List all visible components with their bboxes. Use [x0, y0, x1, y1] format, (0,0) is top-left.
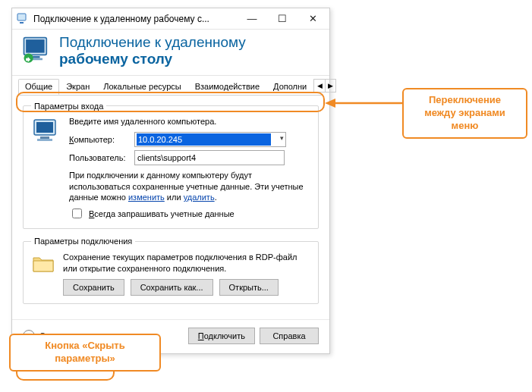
always-ask-checkbox[interactable]: Всегда запрашивать учетные данные Всегда… — [69, 206, 310, 221]
user-label: Пользователь: — [69, 153, 130, 162]
rdc-window: Подключение к удаленному рабочему с... —… — [11, 8, 330, 354]
tab-scroll: ◀ ▶ — [313, 79, 336, 93]
tab-advanced-truncated[interactable]: Дополни — [266, 79, 313, 95]
computer-icon — [31, 117, 61, 147]
connect-button[interactable]: Подключить — [188, 328, 255, 344]
tab-experience[interactable]: Взаимодействие — [188, 79, 266, 95]
link-delete-credentials[interactable]: удалить — [184, 193, 215, 202]
svg-rect-1 — [20, 22, 24, 24]
header-line1: Подключение к удаленному — [59, 34, 246, 51]
save-button[interactable]: Сохранить — [63, 279, 124, 296]
svg-rect-8 — [36, 122, 53, 133]
computer-input[interactable] — [134, 132, 286, 147]
titlebar: Подключение к удаленному рабочему с... —… — [12, 8, 329, 30]
svg-rect-10 — [37, 139, 52, 141]
maximize-button[interactable]: ☐ — [267, 8, 297, 30]
folder-icon — [31, 252, 55, 276]
tab-display[interactable]: Экран — [59, 79, 96, 95]
tab-scroll-left[interactable]: ◀ — [314, 80, 325, 92]
minimize-button[interactable]: — — [237, 8, 267, 30]
login-group: Параметры входа Введите имя удаленного к… — [23, 102, 319, 230]
always-ask-input[interactable] — [72, 209, 82, 218]
rdc-large-icon — [21, 35, 53, 67]
arrow-tabs — [325, 96, 402, 111]
computer-combo[interactable]: 10.0.20.245 ▾ — [134, 132, 286, 147]
user-input[interactable] — [134, 150, 285, 165]
close-button[interactable]: ✕ — [297, 8, 328, 30]
login-legend: Параметры входа — [31, 102, 106, 111]
connection-desc: Сохранение текущих параметров подключени… — [63, 252, 310, 274]
login-intro: Введите имя удаленного компьютера. — [69, 117, 310, 126]
tab-scroll-right[interactable]: ▶ — [325, 80, 335, 92]
window-title: Подключение к удаленному рабочему с... — [33, 14, 237, 24]
callout-hide: Кнопка «Скрыть параметры» — [9, 334, 161, 372]
header-title: Подключение к удаленному рабочему столу — [59, 34, 246, 67]
svg-rect-0 — [17, 14, 26, 20]
tabstrip: Общие Экран Локальные ресурсы Взаимодейс… — [18, 76, 323, 96]
header-line2: рабочему столу — [59, 51, 246, 67]
tab-local-resources[interactable]: Локальные ресурсы — [96, 79, 187, 95]
svg-rect-9 — [40, 136, 49, 139]
tab-general[interactable]: Общие — [18, 79, 59, 95]
svg-rect-3 — [26, 39, 45, 53]
connection-group: Параметры подключения Сохранение текущих… — [23, 237, 319, 304]
credentials-note: При подключении к данному компьютеру буд… — [69, 170, 310, 204]
connection-legend: Параметры подключения — [31, 237, 135, 246]
open-button[interactable]: Открыть... — [219, 279, 279, 296]
rdc-small-icon — [17, 13, 29, 25]
computer-label: ККомпьютер:омпьютер: — [69, 135, 130, 144]
content: Параметры входа Введите имя удаленного к… — [12, 96, 329, 319]
header: Подключение к удаленному рабочему столу — [12, 30, 329, 76]
save-as-button[interactable]: Сохранить как... — [131, 279, 213, 296]
link-edit-credentials[interactable]: изменить — [128, 193, 165, 202]
help-button[interactable]: Справка — [260, 328, 319, 344]
window-buttons: — ☐ ✕ — [237, 8, 328, 30]
callout-tabs: Переключение между экранами меню — [402, 88, 527, 139]
